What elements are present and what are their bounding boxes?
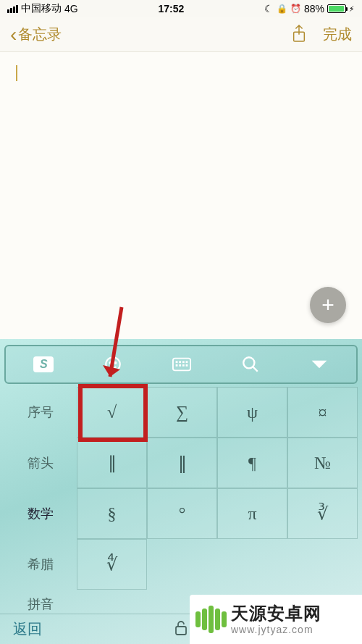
watermark-logo-icon [195, 606, 227, 633]
battery-icon [327, 4, 346, 13]
category-tab-greek[interactable]: 希腊 [4, 539, 77, 590]
clock: 17:52 [158, 3, 184, 14]
watermark: 天源安卓网 www.jytyaz.com [190, 595, 362, 644]
add-button[interactable]: + [310, 287, 346, 323]
symbol-category-list: 序号 箭头 数学 希腊 拼音 [4, 387, 77, 619]
symbol-grid: √ ∑ ψ ¤ ∥ ‖ ¶ № § ° π ∛ ∜ [77, 387, 358, 619]
key-pi[interactable]: π [217, 488, 287, 539]
key-sigma[interactable]: ∑ [147, 387, 217, 438]
svg-rect-16 [176, 627, 186, 635]
watermark-url: www.jytyaz.com [231, 624, 321, 635]
collapse-button[interactable] [310, 355, 329, 374]
key-degree[interactable]: ° [147, 488, 217, 539]
svg-point-1 [106, 357, 120, 372]
svg-line-14 [253, 367, 258, 372]
charging-icon: ⚡︎ [349, 4, 355, 14]
text-cursor [16, 65, 17, 81]
svg-rect-9 [176, 364, 178, 367]
battery-pct: 88% [304, 3, 324, 14]
key-double-bar[interactable]: ‖ [147, 438, 217, 488]
category-tab-arrow[interactable]: 箭头 [4, 438, 77, 488]
svg-rect-6 [179, 361, 181, 363]
svg-marker-15 [311, 361, 327, 368]
key-cbrt[interactable]: ∛ [287, 488, 358, 539]
watermark-title: 天源安卓网 [231, 603, 321, 624]
search-button[interactable] [241, 355, 260, 374]
nav-bar: ‹ 备忘录 完成 [0, 17, 362, 52]
network-label: 4G [64, 3, 78, 14]
key-parallel[interactable]: ∥ [77, 438, 147, 488]
key-psi[interactable]: ψ [217, 387, 287, 438]
key-sqrt[interactable]: √ [77, 387, 147, 438]
back-label: 备忘录 [18, 25, 62, 44]
svg-point-3 [114, 362, 116, 364]
svg-rect-7 [182, 361, 185, 363]
dnd-moon-icon: ☾ [264, 3, 274, 14]
alarm-icon: ⏰ [290, 4, 301, 14]
keyboard-toolbar-frame: S [4, 345, 358, 384]
svg-point-13 [243, 357, 254, 368]
status-left: 中国移动 4G [7, 2, 78, 15]
svg-rect-11 [182, 364, 185, 367]
keyboard-toolbar: S [9, 351, 353, 378]
lock-button[interactable] [174, 619, 188, 640]
carrier-label: 中国移动 [21, 2, 62, 15]
key-numero[interactable]: № [287, 438, 358, 488]
svg-rect-12 [186, 364, 188, 367]
category-tab-ordinal[interactable]: 序号 [4, 387, 77, 438]
chevron-left-icon: ‹ [10, 25, 17, 45]
share-button[interactable] [291, 24, 307, 46]
key-pilcrow[interactable]: ¶ [217, 438, 287, 488]
key-4th-root[interactable]: ∜ [77, 539, 147, 590]
svg-rect-4 [173, 359, 190, 371]
emoji-button[interactable] [104, 355, 122, 374]
svg-point-2 [110, 362, 111, 364]
status-bar: 中国移动 4G 17:52 ☾ 🔒 ⏰ 88% ⚡︎ [0, 0, 362, 17]
category-tab-math[interactable]: 数学 [4, 488, 77, 539]
done-button[interactable]: 完成 [323, 25, 352, 44]
note-body[interactable]: + [0, 52, 362, 339]
svg-rect-5 [176, 361, 178, 363]
return-button[interactable]: 返回 [13, 619, 42, 639]
keyboard-body: 序号 箭头 数学 希腊 拼音 √ ∑ ψ ¤ ∥ ‖ ¶ № § ° π ∛ ∜ [4, 387, 358, 619]
svg-rect-8 [186, 361, 188, 363]
key-section[interactable]: § [77, 488, 147, 539]
keyboard-switch-button[interactable] [172, 355, 191, 374]
sogou-logo[interactable]: S [33, 356, 54, 372]
orientation-lock-icon: 🔒 [277, 4, 287, 14]
status-right: ☾ 🔒 ⏰ 88% ⚡︎ [264, 3, 355, 14]
signal-icon [7, 5, 18, 13]
key-currency[interactable]: ¤ [287, 387, 358, 438]
back-button[interactable]: ‹ 备忘录 [10, 25, 62, 45]
svg-rect-10 [179, 364, 181, 367]
